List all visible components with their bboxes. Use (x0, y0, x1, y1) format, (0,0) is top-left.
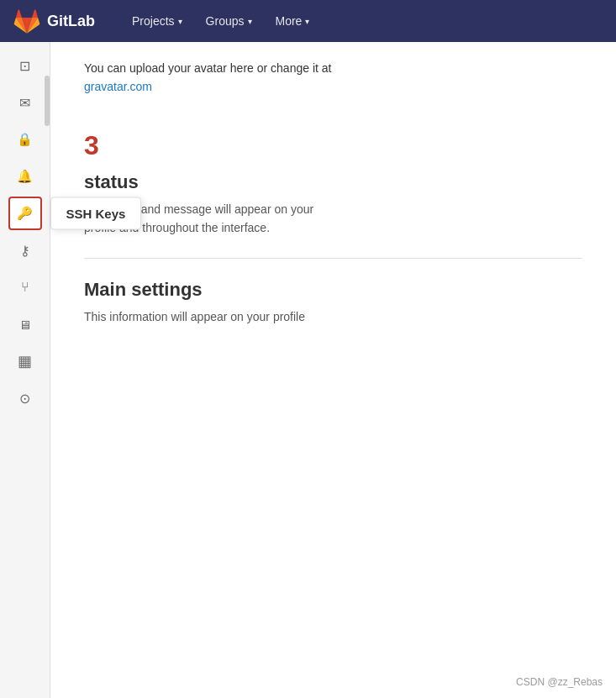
sidebar-item-table[interactable]: ▦ (8, 344, 42, 378)
main-settings-title: Main settings (84, 279, 582, 301)
section-divider (84, 258, 582, 259)
main-content: You can upload your avatar here or chang… (50, 42, 616, 698)
branch-icon: ⑂ (21, 280, 29, 295)
nav-projects-label: Projects (132, 14, 175, 28)
mail-icon: ✉ (19, 95, 30, 111)
table-icon: ▦ (18, 352, 32, 370)
sidebar-item-chat[interactable]: ⊡ (8, 49, 42, 82)
main-settings-section: Main settings This information will appe… (84, 279, 582, 326)
section-number: 3 (84, 130, 582, 161)
sidebar-item-gauge[interactable]: ⊙ (8, 381, 42, 415)
nav-groups[interactable]: Groups ▾ (196, 9, 262, 33)
chat-icon: ⊡ (19, 58, 30, 74)
sidebar: ⊡ ✉ 🔒 🔔 🔑 SSH Keys ⚷ ⑂ 🖥 ▦ (0, 42, 50, 698)
bell-icon: 🔔 (17, 169, 33, 184)
ssh-keys-tooltip: SSH Keys (50, 197, 142, 230)
sidebar-item-monitor[interactable]: 🖥 (8, 307, 42, 341)
gauge-icon: ⊙ (19, 391, 30, 407)
main-settings-description: This information will appear on your pro… (84, 307, 582, 326)
nav-links: Projects ▾ Groups ▾ More ▾ (122, 9, 319, 33)
sidebar-item-ssh-key[interactable]: 🔑 SSH Keys (8, 197, 42, 230)
monitor-icon: 🖥 (18, 318, 31, 332)
nav-more[interactable]: More ▾ (266, 9, 320, 33)
logo-text: GitLab (47, 13, 95, 30)
nav-groups-label: Groups (206, 14, 245, 28)
nav-projects[interactable]: Projects ▾ (122, 9, 192, 33)
groups-chevron-icon: ▾ (248, 17, 252, 26)
top-navigation: GitLab Projects ▾ Groups ▾ More ▾ (0, 0, 616, 42)
nav-more-label: More (276, 14, 303, 28)
sidebar-item-key2[interactable]: ⚷ (8, 234, 42, 267)
logo[interactable]: GitLab (13, 8, 95, 34)
sidebar-item-lock[interactable]: 🔒 (8, 123, 42, 156)
gravatar-link[interactable]: gravatar.com (84, 80, 152, 93)
set-status-description: This emoji and message will appear on yo… (84, 200, 582, 238)
projects-chevron-icon: ▾ (178, 17, 182, 26)
sidebar-item-bell[interactable]: 🔔 (8, 160, 42, 193)
sidebar-item-branch[interactable]: ⑂ (8, 270, 42, 304)
set-status-title: status (84, 171, 582, 193)
lock-icon: 🔒 (17, 132, 33, 147)
avatar-description: You can upload your avatar here or chang… (84, 59, 582, 97)
avatar-section: You can upload your avatar here or chang… (84, 59, 582, 113)
more-chevron-icon: ▾ (305, 17, 309, 26)
set-status-section: status This emoji and message will appea… (84, 171, 582, 238)
scroll-indicator (45, 76, 50, 126)
watermark: CSDN @zz_Rebas (516, 676, 603, 688)
key2-icon: ⚷ (20, 243, 30, 259)
sidebar-item-mail[interactable]: ✉ (8, 86, 42, 119)
key-icon: 🔑 (17, 206, 33, 221)
main-layout: ⊡ ✉ 🔒 🔔 🔑 SSH Keys ⚷ ⑂ 🖥 ▦ (0, 42, 616, 698)
